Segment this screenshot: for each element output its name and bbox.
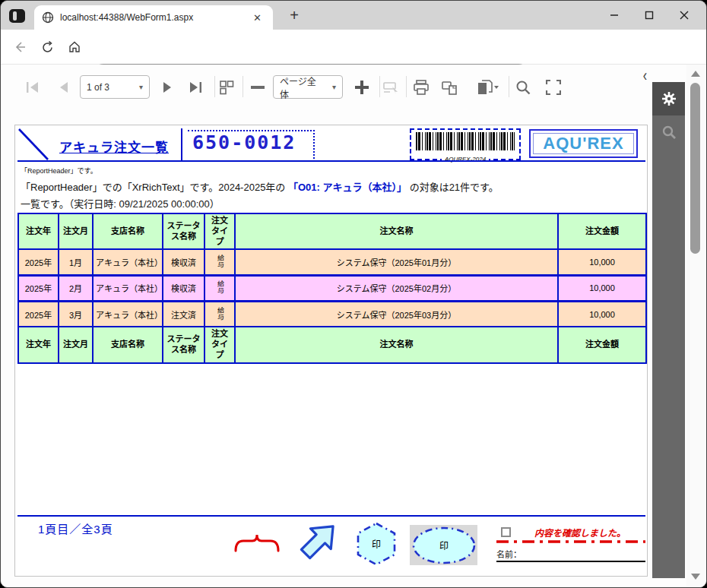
report-page: アキュラ注文一覧 650-0012 AQUREX-2024 AQU'REX 「R…: [14, 125, 648, 577]
cell-type: 給与: [204, 275, 235, 301]
confirm-checkbox: [501, 527, 511, 537]
footer-header-year: 注文年: [18, 327, 59, 362]
rich-text-line1: 「ReportHeader」での「XrRichText」です。2024-2025…: [21, 179, 499, 194]
cell-branch: アキュラ（本社）: [93, 275, 163, 301]
cell-name: システム保守（2025年02月分）: [235, 275, 558, 301]
cell-type-text: 給与: [217, 306, 224, 321]
multipage-view-button[interactable]: [217, 77, 236, 97]
tab-workspaces-icon[interactable]: [9, 9, 25, 23]
order-table: 注文年 注文月 支店名称 ステータス名称 注文タイプ 注文名称 注文金額 202…: [17, 213, 647, 364]
last-page-button[interactable]: [186, 77, 206, 97]
cell-name: システム保守（2025年01月分）: [235, 249, 558, 275]
footer-header-branch: 支店名称: [93, 327, 163, 362]
globe-icon: [42, 11, 54, 24]
search-icon: [661, 125, 677, 140]
name-label: 名前：: [496, 548, 522, 560]
new-tab-button[interactable]: +: [284, 7, 305, 25]
table-row: 2025年 3月 アキュラ（本社） 注文済 給与 システム保守（2025年03月…: [18, 301, 646, 327]
company-logo: AQU'REX: [529, 129, 638, 158]
highlight-editing-fields-button[interactable]: [382, 77, 401, 97]
header-year: 注文年: [18, 213, 59, 249]
refresh-button[interactable]: [39, 39, 55, 55]
stamp-label: 印: [439, 541, 449, 552]
next-page-button[interactable]: [157, 77, 177, 97]
header-type: 注文タイプ: [204, 213, 235, 249]
cell-month: 3月: [59, 301, 93, 327]
footer-header-status: ステータス名称: [163, 327, 204, 362]
confirm-text: 内容を確認しました。: [534, 526, 626, 539]
address-bar: https://localhost:44388/WebForm1.aspx A …: [1, 30, 706, 65]
browser-tab[interactable]: localhost:44388/WebForm1.aspx ✕: [34, 5, 273, 30]
barcode-bars: [416, 132, 515, 150]
arrow-ne-shape: [296, 518, 341, 564]
header-divider: [181, 128, 182, 160]
print-button[interactable]: [411, 77, 431, 97]
tab-strip: localhost:44388/WebForm1.aspx ✕ +: [1, 1, 706, 30]
footer-header-name: 注文名称: [235, 327, 558, 362]
ellipse-stamp-shape: 印: [411, 526, 477, 565]
zoom-out-button[interactable]: [248, 77, 268, 97]
cell-amount: 10,000: [558, 301, 646, 327]
footer-rule: [17, 515, 645, 517]
gear-icon: [661, 90, 677, 107]
prev-page-button[interactable]: [54, 77, 74, 97]
cell-type: 給与: [204, 249, 235, 275]
footer-header-month: 注文月: [59, 327, 93, 362]
close-button[interactable]: [667, 1, 702, 30]
minimize-button[interactable]: [597, 1, 632, 30]
logo-text: AQU'REX: [543, 134, 623, 153]
postal-code: 650-0012: [188, 131, 296, 153]
tab-close-icon[interactable]: ✕: [249, 11, 265, 25]
export-button[interactable]: [474, 77, 501, 97]
tab-title: localhost:44388/WebForm1.aspx: [60, 12, 249, 23]
cell-type-text: 給与: [217, 280, 224, 295]
page-selector[interactable]: 1 of 3 ▾: [80, 75, 150, 99]
cell-month: 2月: [59, 275, 93, 301]
cell-status: 検収済: [163, 249, 204, 275]
page-selector-value: 1 of 3: [87, 82, 132, 93]
cell-year: 2025年: [18, 301, 59, 327]
zoom-selector-value: ページ全体: [280, 74, 325, 100]
cell-type: 給与: [204, 301, 235, 327]
search-button[interactable]: [513, 77, 533, 97]
toolbar-separator: [379, 76, 380, 97]
rich-text-c: の対象は21件です。: [407, 182, 499, 193]
name-underline: [496, 561, 645, 562]
report-header-note: 「ReportHeader」です。: [21, 166, 97, 175]
cell-branch: アキュラ（本社）: [93, 301, 163, 327]
report-title: アキュラ注文一覧: [46, 137, 182, 156]
fullscreen-button[interactable]: [544, 77, 563, 97]
header-branch: 支店名称: [93, 213, 163, 249]
stamp-label: 印: [372, 539, 381, 550]
cell-type-text: 給与: [217, 254, 224, 269]
header-status: ステータス名称: [163, 213, 204, 249]
barcode: AQUREX-2024: [410, 128, 521, 160]
rich-text-a: 「ReportHeader」での「XrRichText」です。2024-2025…: [21, 182, 288, 193]
panel-collapse-icon[interactable]: ‹: [643, 66, 647, 85]
header-month: 注文月: [59, 213, 93, 249]
cell-year: 2025年: [18, 249, 59, 275]
print-page-button[interactable]: [440, 77, 460, 97]
chevron-down-icon: ▾: [139, 83, 143, 91]
table-row: 2025年 2月 アキュラ（本社） 検収済 給与 システム保守（2025年02月…: [18, 275, 646, 301]
back-button[interactable]: [11, 39, 28, 55]
zoom-selector[interactable]: ページ全体 ▾: [273, 75, 343, 99]
cell-name: システム保守（2025年03月分）: [235, 301, 558, 327]
cell-amount: 10,000: [558, 275, 646, 301]
vertical-scrollbar: [686, 65, 705, 587]
rich-text-highlight: 「O01: アキュラ（本社）」: [288, 182, 407, 193]
first-page-button[interactable]: [24, 77, 43, 97]
scroll-up-arrow[interactable]: [691, 71, 700, 77]
rich-text-line2: 一覧です。（実行日時: 09/21/2025 00:00:00）: [21, 196, 220, 210]
maximize-button[interactable]: [632, 1, 667, 30]
zoom-in-button[interactable]: [352, 77, 372, 97]
table-header-row: 注文年 注文月 支店名称 ステータス名称 注文タイプ 注文名称 注文金額: [18, 213, 646, 249]
home-button[interactable]: [66, 39, 83, 55]
scroll-thumb[interactable]: [690, 83, 700, 254]
table-row: 2025年 1月 アキュラ（本社） 検収済 給与 システム保守（2025年01月…: [18, 249, 646, 275]
parameters-gear-tab[interactable]: [652, 82, 685, 115]
search-panel-tab[interactable]: [652, 115, 685, 149]
cell-month: 1月: [59, 249, 93, 275]
header-amount: 注文金額: [558, 213, 646, 249]
scroll-down-arrow[interactable]: [691, 574, 700, 580]
